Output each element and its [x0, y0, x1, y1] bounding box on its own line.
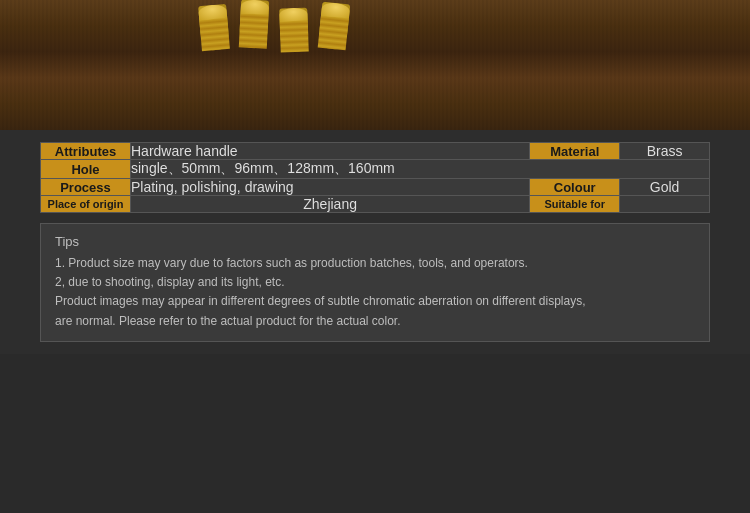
attributes-label: Attributes	[41, 143, 131, 160]
colour-value: Gold	[620, 179, 710, 196]
hero-image	[0, 0, 750, 130]
tips-title: Tips	[55, 234, 695, 249]
brass-handle-3	[279, 8, 309, 53]
specs-table: Attributes Hardware handle Material Bras…	[40, 142, 710, 213]
table-row: Place of origin Zhejiang Suitable for	[41, 196, 710, 213]
hole-value: single、50mm、96mm、128mm、160mm	[131, 160, 710, 179]
tips-line-4: are normal. Please refer to the actual p…	[55, 312, 695, 331]
process-value: Plating, polishing, drawing	[131, 179, 530, 196]
table-row: Hole single、50mm、96mm、128mm、160mm	[41, 160, 710, 179]
attributes-value: Hardware handle	[131, 143, 530, 160]
tips-box: Tips 1. Product size may vary due to fac…	[40, 223, 710, 342]
suitable-value	[620, 196, 710, 213]
brass-handle-2	[239, 0, 269, 49]
tips-line-3: Product images may appear in different d…	[55, 292, 695, 311]
origin-label: Place of origin	[41, 196, 131, 213]
process-label: Process	[41, 179, 131, 196]
material-value: Brass	[620, 143, 710, 160]
origin-value: Zhejiang	[131, 196, 530, 213]
brass-handle-4	[318, 2, 351, 51]
brass-handle-1	[198, 4, 230, 51]
table-row: Attributes Hardware handle Material Bras…	[41, 143, 710, 160]
suitable-label: Suitable for	[530, 196, 620, 213]
main-content: Attributes Hardware handle Material Bras…	[0, 130, 750, 354]
hole-label: Hole	[41, 160, 131, 179]
colour-label: Colour	[530, 179, 620, 196]
table-row: Process Plating, polishing, drawing Colo…	[41, 179, 710, 196]
tips-line-1: 1. Product size may vary due to factors …	[55, 254, 695, 273]
material-label: Material	[530, 143, 620, 160]
tips-line-2: 2, due to shooting, display and its ligh…	[55, 273, 695, 292]
wood-background	[0, 0, 750, 130]
